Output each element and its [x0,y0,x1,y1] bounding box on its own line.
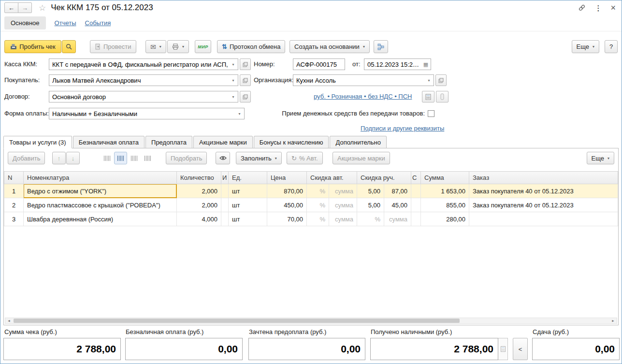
cell-c[interactable] [411,212,421,226]
table-row[interactable]: 2 Ведро пластмассовое с крышкой ("POBEDA… [4,198,618,212]
combo-arrow-icon[interactable]: ▾ [425,78,433,83]
cell-unit[interactable]: шт [229,198,267,212]
tab-goods[interactable]: Товары и услуги (3) [3,136,72,148]
transfer-amount-button[interactable]: < [513,338,528,360]
scroll-right-icon[interactable]: ► [609,318,617,323]
conduct-button[interactable]: Провести [90,40,136,53]
cash-received-field[interactable]: 2 788,00 [370,338,498,360]
tab-excise[interactable]: Акцизные марки [193,136,253,148]
more-actions-button[interactable]: Еще ▾ [572,40,599,53]
horizontal-scrollbar[interactable]: ◄ ► [5,318,617,324]
cell-man-sum[interactable]: 87,00 [384,184,411,198]
cell-price[interactable]: 450,00 [267,198,307,212]
cell-auto-pct[interactable]: % [307,198,329,212]
barcode-load-button[interactable] [128,152,141,164]
combo-arrow-icon[interactable]: ▾ [230,78,237,83]
cell-price[interactable]: 70,00 [267,212,307,226]
tab-additional[interactable]: Дополнительно [330,136,387,148]
fill-button[interactable]: Заполнить ▾ [236,152,282,164]
auto-discount-button[interactable]: ↻ % Авт. [287,152,323,164]
tab-cashless[interactable]: Безналичная оплата [73,136,145,148]
kkm-field[interactable]: ККТ с передачей в ОФД, фискальный регист… [49,58,238,70]
add-row-button[interactable]: Добавить [8,152,45,164]
move-down-button[interactable]: ↓ [66,152,80,164]
barcode-scanner-button[interactable] [101,152,114,164]
mir-payment-button[interactable]: МИР [195,40,211,53]
date-field[interactable]: 05.12.2023 15:20:37 ▦ [364,58,431,70]
cell-i[interactable] [221,212,229,226]
buyer-field[interactable]: Лыков Матвей Александрович ▾ [49,74,238,86]
view-button[interactable] [216,152,230,164]
tab-prepayment[interactable]: Предоплата [145,136,192,148]
cell-total[interactable]: 855,00 [421,198,469,212]
post-receipt-button[interactable]: Пробить чек [4,40,61,53]
tab-events[interactable]: События [85,19,111,27]
cell-total[interactable]: 1 653,00 [421,184,469,198]
cell-auto-pct[interactable]: % [307,212,329,226]
calendar-icon[interactable]: ▦ [422,61,430,68]
cell-price[interactable]: 870,00 [267,184,307,198]
cell-auto-sum[interactable]: сумма [329,184,357,198]
contract-field[interactable]: Основной договор ▾ [49,91,238,102]
favorite-star-icon[interactable]: ☆ [39,3,46,13]
cell-i[interactable] [221,198,229,212]
back-button[interactable]: ← [4,2,18,13]
cell-name[interactable]: Ведро с отжимом ("YORK") [24,184,177,198]
email-button[interactable]: ✉ ▾ [145,40,166,53]
table-row[interactable]: 3 Швабра деревянная (Россия) 4,000 шт 70… [4,212,618,226]
change-field[interactable]: 0,00 [532,338,620,360]
cell-unit[interactable]: шт [229,212,267,226]
signatures-link[interactable]: Подписи и другие реквизиты [361,125,444,132]
scroll-left-icon[interactable]: ◄ [5,318,13,323]
cell-qty[interactable]: 4,000 [177,212,221,226]
barcode-input-button[interactable] [114,152,127,164]
exchange-protocol-button[interactable]: ⇅ Протокол обмена [217,40,285,53]
combo-arrow-icon[interactable]: ▾ [230,62,237,67]
forward-button[interactable]: → [18,2,32,13]
cell-man-pct[interactable]: 5,00 [357,184,384,198]
post-receipt-search-button[interactable] [62,40,76,53]
cell-auto-pct[interactable]: % [307,184,329,198]
cell-man-pct[interactable]: % [357,212,384,226]
tab-main[interactable]: Основное [4,16,46,29]
cell-auto-sum[interactable]: сумма [329,198,357,212]
document-structure-button[interactable] [374,40,388,53]
scrollbar-thumb[interactable] [14,319,460,323]
close-icon[interactable]: × [610,3,616,12]
cell-c[interactable] [411,198,421,212]
excise-marks-button[interactable]: Акцизные марки [333,152,390,164]
more-menu-icon[interactable]: ⋮ [594,4,602,12]
cell-auto-sum[interactable]: сумма [329,212,357,226]
cell-c[interactable] [411,184,421,198]
receipt-total-field[interactable]: 2 788,00 [3,338,121,360]
cell-man-sum[interactable]: сумма [384,212,411,226]
cell-man-sum[interactable]: 45,00 [384,198,411,212]
cell-man-pct[interactable]: 5,00 [357,198,384,212]
tab-reports[interactable]: Отчеты [55,19,76,27]
cell-qty[interactable]: 2,000 [177,184,221,198]
pick-items-button[interactable]: Подобрать [166,152,207,164]
number-field[interactable]: АСФР-000175 [293,58,345,70]
kkm-open-button[interactable] [240,58,251,70]
cell-order[interactable]: Заказ покупателя 40 от 05.12.2023 [469,198,618,212]
no-transfer-checkbox[interactable] [428,110,434,117]
contract-open-button[interactable] [240,91,251,102]
get-link-icon[interactable] [578,4,586,12]
combo-arrow-icon[interactable]: ▾ [236,112,243,116]
cell-total[interactable]: 280,00 [421,212,469,226]
cell-qty[interactable]: 2,000 [177,198,221,212]
card-reader-button[interactable] [436,91,448,102]
cell-i[interactable] [221,184,229,198]
cell-name[interactable]: Швабра деревянная (Россия) [24,212,177,226]
buyer-open-button[interactable] [240,74,251,86]
create-based-on-button[interactable]: Создать на основании ▾ [289,40,370,53]
cashless-field[interactable]: 0,00 [125,338,243,360]
organization-open-button[interactable] [435,74,447,86]
prepayment-field[interactable]: 0,00 [248,338,365,360]
barcode-scales-button[interactable] [141,152,154,164]
print-button[interactable]: ▾ [167,40,189,53]
table-row[interactable]: 1 Ведро с отжимом ("YORK") 2,000 шт 870,… [4,184,618,198]
cell-num[interactable]: 1 [4,184,24,198]
help-button[interactable]: ? [605,40,618,53]
cell-order[interactable]: Заказ покупателя 40 от 05.12.2023 [469,184,618,198]
